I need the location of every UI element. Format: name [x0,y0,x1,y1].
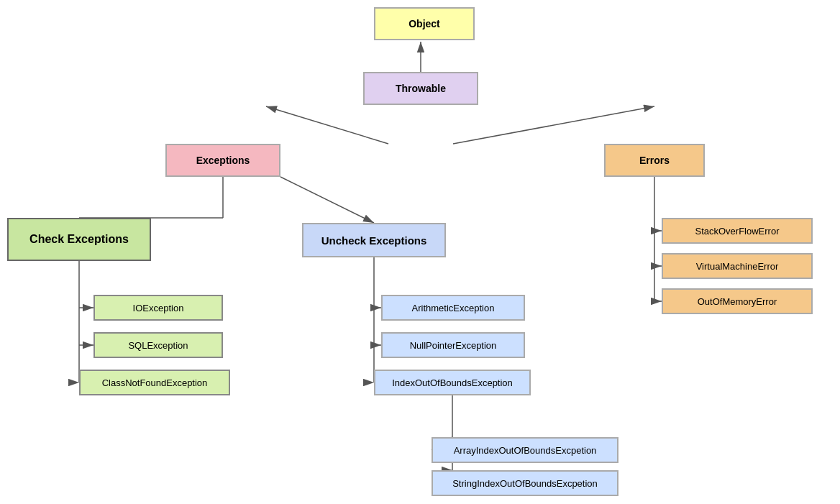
node-virtualmachine: VirtualMachineError [662,253,813,279]
node-ioexception: IOException [93,295,223,321]
node-check-exceptions: Check Exceptions [7,218,151,261]
node-arithmetic: ArithmeticException [381,295,525,321]
node-arrayindex-label: ArrayIndexOutOfBoundsExcpetion [454,445,597,456]
node-arrayindex: ArrayIndexOutOfBoundsExcpetion [432,437,618,463]
node-arithmetic-label: ArithmeticException [412,303,495,313]
node-object-label: Object [408,18,440,29]
node-uncheck-label: Uncheck Exceptions [321,234,427,247]
node-ioexception-label: IOException [133,303,184,313]
node-exceptions-label: Exceptions [196,155,250,166]
svg-line-2 [266,106,388,144]
node-nullpointer-label: NullPointerException [410,340,497,351]
node-indexoutofbounds: IndexOutOfBoundsException [374,370,531,395]
node-outofmemory: OutOfMemoryError [662,288,813,314]
node-sqlexception: SQLException [93,332,223,358]
node-outofmemory-label: OutOfMemoryError [698,296,777,307]
node-stackoverflow-label: StackOverFlowError [695,226,779,237]
node-virtualmachine-label: VirtualMachineError [696,261,779,272]
node-check-label: Check Exceptions [29,233,129,246]
svg-line-7 [280,177,374,223]
node-errors: Errors [604,144,705,177]
node-exceptions: Exceptions [165,144,280,177]
node-object: Object [374,7,475,40]
node-uncheck-exceptions: Uncheck Exceptions [302,223,446,257]
node-indexoutofbounds-label: IndexOutOfBoundsException [392,377,513,388]
node-stackoverflow: StackOverFlowError [662,218,813,244]
node-errors-label: Errors [639,155,670,166]
node-stringindex: StringIndexOutOfBoundsExcpetion [432,470,618,496]
node-classnotfound: ClassNotFoundException [79,370,230,395]
svg-line-3 [453,106,654,144]
node-throwable-label: Throwable [396,83,446,94]
node-sqlexception-label: SQLException [128,340,188,351]
node-classnotfound-label: ClassNotFoundException [102,377,208,388]
node-throwable: Throwable [363,72,478,105]
node-stringindex-label: StringIndexOutOfBoundsExcpetion [452,478,598,489]
node-nullpointer: NullPointerException [381,332,525,358]
diagram: Object Throwable Exceptions Errors Check… [0,0,840,504]
